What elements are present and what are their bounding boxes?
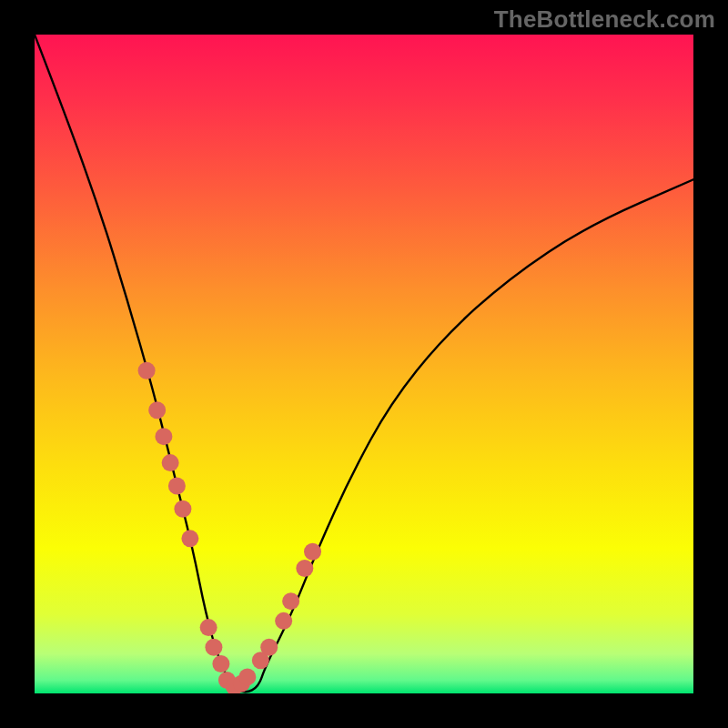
highlight-dot [304,543,321,561]
highlight-dot [200,619,217,636]
highlight-dot [260,639,278,656]
highlight-dot [181,530,198,547]
highlight-dot [282,592,299,610]
highlight-dot [238,668,256,685]
highlight-dot [205,639,222,656]
bottleneck-curve [35,35,693,692]
chart-svg [35,35,693,693]
highlight-dot [138,362,156,379]
chart-frame: TheBottleneck.com [0,0,728,728]
highlight-dot [296,560,313,577]
highlight-dot [174,500,191,518]
highlight-dot [155,428,172,445]
highlight-dot [148,401,166,419]
highlight-dot [162,454,179,471]
highlight-dot [168,477,186,494]
plot-area [35,35,693,693]
highlight-dot [212,655,229,672]
watermark-text: TheBottleneck.com [494,5,715,34]
highlight-dot [275,612,292,630]
highlight-dots [138,362,321,693]
